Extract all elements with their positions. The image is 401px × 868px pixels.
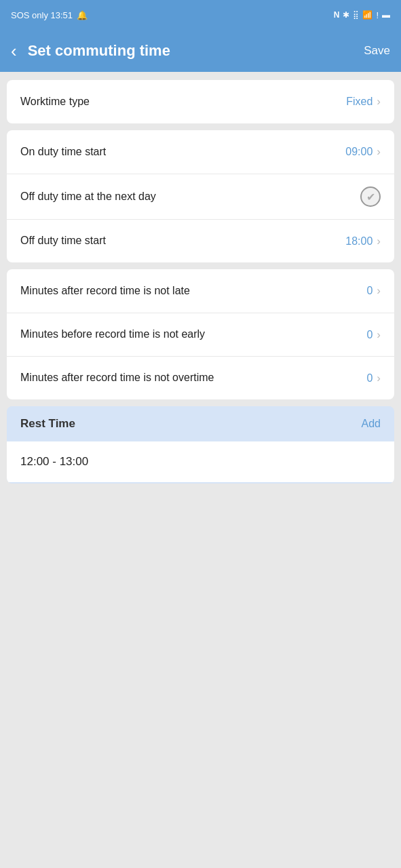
save-button[interactable]: Save [364, 44, 390, 58]
wifi-icon: 📶 [362, 10, 373, 20]
on-duty-chevron: › [377, 145, 381, 159]
worktime-type-value: Fixed [346, 96, 373, 108]
add-rest-time-button[interactable]: Add [362, 418, 381, 430]
content: Worktime type Fixed › On duty time start… [0, 72, 401, 492]
minutes-not-early-label: Minutes before record time is not early [20, 327, 366, 342]
nfc-icon: N [334, 10, 340, 20]
rest-time-item[interactable]: 12:00 - 13:00 [7, 441, 394, 482]
off-duty-start-row[interactable]: Off duty time start 18:00 › [7, 219, 394, 262]
bell-icon: 🔔 [77, 10, 88, 20]
on-duty-start-value: 09:00 [345, 146, 373, 158]
rest-time-title: Rest Time [20, 417, 75, 431]
rest-time-header: Rest Time Add [7, 406, 394, 441]
minutes-not-overtime-label: Minutes after record time is not overtim… [20, 370, 366, 385]
minutes-not-late-label: Minutes after record time is not late [20, 283, 366, 298]
status-left: SOS only 13:51 🔔 [11, 10, 88, 20]
duty-times-card: On duty time start 09:00 › Off duty time… [7, 130, 394, 262]
worktime-type-row[interactable]: Worktime type Fixed › [7, 80, 394, 123]
alert-icon: ! [376, 10, 379, 20]
status-bar: SOS only 13:51 🔔 N ✱ ⣿ 📶 ! ▬ [0, 0, 401, 30]
battery-icon: ▬ [382, 10, 390, 20]
off-duty-next-day-label: Off duty time at the next day [20, 189, 360, 204]
on-duty-start-row[interactable]: On duty time start 09:00 › [7, 130, 394, 174]
header: ‹ Set commuting time Save [0, 30, 401, 72]
bluetooth-icon: ✱ [343, 10, 349, 20]
worktime-type-label: Worktime type [20, 94, 346, 109]
rest-time-section: Rest Time Add 12:00 - 13:00 [7, 406, 394, 484]
minutes-not-late-chevron: › [377, 284, 381, 298]
off-duty-next-day-check[interactable]: ✔ [360, 186, 381, 207]
minutes-not-late-row[interactable]: Minutes after record time is not late 0 … [7, 269, 394, 313]
minutes-card: Minutes after record time is not late 0 … [7, 269, 394, 399]
off-duty-start-value: 18:00 [345, 235, 373, 248]
off-duty-chevron: › [377, 235, 381, 248]
minutes-not-early-chevron: › [377, 328, 381, 342]
minutes-not-early-value: 0 [366, 329, 373, 341]
status-text: SOS only 13:51 [11, 10, 73, 20]
status-right: N ✱ ⣿ 📶 ! ▬ [334, 10, 390, 20]
minutes-not-overtime-row[interactable]: Minutes after record time is not overtim… [7, 356, 394, 399]
worktime-type-card: Worktime type Fixed › [7, 80, 394, 123]
off-duty-next-day-row[interactable]: Off duty time at the next day ✔ [7, 174, 394, 219]
on-duty-start-label: On duty time start [20, 144, 345, 159]
page-title: Set commuting time [28, 42, 364, 60]
minutes-not-overtime-value: 0 [366, 372, 373, 384]
minutes-not-late-value: 0 [366, 285, 373, 297]
minutes-not-overtime-chevron: › [377, 372, 381, 385]
minutes-not-early-row[interactable]: Minutes before record time is not early … [7, 313, 394, 356]
rest-time-range: 12:00 - 13:00 [20, 455, 88, 468]
off-duty-start-label: Off duty time start [20, 233, 345, 248]
vibrate-icon: ⣿ [353, 10, 359, 20]
worktime-type-chevron: › [377, 95, 381, 108]
back-button[interactable]: ‹ [11, 41, 17, 62]
